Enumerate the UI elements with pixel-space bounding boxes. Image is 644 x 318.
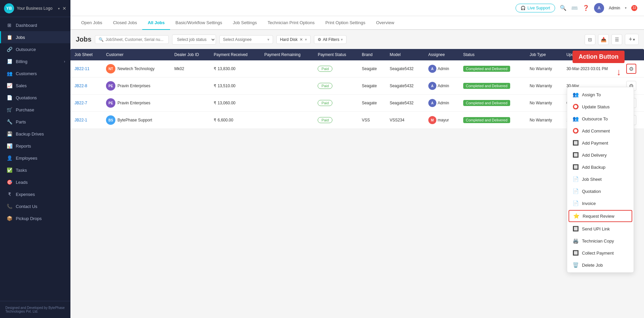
cell-job-sheet: JB22-11: [70, 60, 102, 77]
menu-item-label: Quotation: [582, 189, 601, 194]
cell-dealer-job-id: [170, 112, 210, 129]
tab-job-settings[interactable]: Job Settings: [227, 16, 262, 30]
jobs-area: Jobs 🔍 Select job status Select Assignee…: [70, 30, 644, 318]
cell-brand: Seagate: [358, 95, 386, 112]
menu-item-add-backup[interactable]: 🔲 Add Backup: [567, 161, 634, 173]
cell-model: Seagate5432: [386, 60, 424, 77]
tab-all-jobs[interactable]: All Jobs: [142, 16, 170, 30]
sidebar-item-employees[interactable]: 👤 Employees: [0, 152, 70, 164]
cell-assignee: A Admin: [424, 77, 459, 95]
tab-basic-workflow[interactable]: Basic/Workflow Settings: [170, 16, 227, 30]
assignee-select[interactable]: Select Assignee ▾: [219, 35, 273, 44]
cell-payment-status: Paid: [314, 77, 358, 95]
search-box[interactable]: 🔍: [95, 35, 169, 44]
col-dealer-job-id: Dealer Job ID: [170, 49, 210, 60]
sidebar-logo[interactable]: YB Your Business Logo ▾ ✕: [0, 0, 70, 17]
sidebar-item-leads[interactable]: 🎯 Leads: [0, 176, 70, 188]
assign-to-icon: 👥: [573, 92, 579, 98]
live-support-button[interactable]: 🎧 Live Support: [516, 4, 555, 12]
sidebar-item-backup-drives[interactable]: 💾 Backup Drives: [0, 128, 70, 140]
sidebar-item-label: Billing: [16, 59, 28, 64]
menu-item-invoice[interactable]: 📄 Invoice: [567, 197, 634, 209]
cell-settings[interactable]: ⚙: [622, 60, 644, 77]
status-select[interactable]: Select job status: [172, 35, 216, 45]
customer-name: Pravin Enterprises: [117, 101, 150, 105]
filter-clear-icon[interactable]: ✕: [300, 37, 303, 42]
sidebar-item-parts[interactable]: 🔧 Parts: [0, 116, 70, 128]
menu-item-request-review[interactable]: ⭐ Request Review: [569, 210, 632, 222]
sidebar-item-label: Pickup Drops: [16, 216, 42, 221]
settings-button[interactable]: ⚙: [626, 64, 636, 74]
leads-icon: 🎯: [6, 179, 12, 185]
sidebar-item-quotations[interactable]: 📄 Quotations: [0, 92, 70, 104]
help-icon[interactable]: ❓: [583, 5, 589, 11]
export-button[interactable]: 📥: [598, 34, 609, 45]
sidebar-item-billing[interactable]: 🧾 Billing ›: [0, 55, 70, 67]
add-job-button[interactable]: + ▾: [625, 34, 639, 45]
sidebar-item-expenses[interactable]: ₹ Expenses: [0, 188, 70, 200]
admin-chevron-icon[interactable]: ▾: [625, 6, 627, 10]
sidebar-item-pickup-drops[interactable]: 📦 Pickup Drops: [0, 212, 70, 224]
menu-item-assign-to[interactable]: 👥 Assign To: [567, 89, 634, 101]
search-input[interactable]: [106, 37, 165, 42]
outsource-icon: 🔗: [6, 47, 12, 52]
sidebar-item-outsource[interactable]: 🔗 Outsource: [0, 43, 70, 55]
sidebar-item-dashboard[interactable]: ⊞ Dashboard: [0, 19, 70, 31]
logo-text: Your Business Logo: [17, 6, 55, 11]
menu-item-outsource-to[interactable]: 👥 Outsource To: [567, 113, 634, 125]
sidebar-item-tasks[interactable]: ✅ Tasks: [0, 164, 70, 176]
payment-badge: Paid: [318, 66, 332, 72]
tab-overview[interactable]: Overview: [371, 16, 399, 30]
sidebar-item-label: Outsource: [16, 47, 36, 52]
menu-item-update-status[interactable]: ⭕ Update Status: [567, 101, 634, 113]
menu-item-delete-job[interactable]: 🗑️ Delete Job: [567, 259, 634, 271]
cell-payment-received: ₹ 13,060.00: [210, 95, 260, 112]
col-brand: Brand: [358, 49, 386, 60]
admin-label[interactable]: Admin: [609, 6, 620, 10]
expenses-icon: ₹: [6, 192, 12, 197]
table-row: JB22-1 BS BytePhase Support ₹ 6,600.00 P…: [70, 112, 644, 129]
status-badge: Completed and Delivered: [463, 83, 510, 89]
menu-item-add-comment[interactable]: ⭕ Add Comment: [567, 125, 634, 137]
menu-item-technician-copy[interactable]: 🖨️ Technician Copy: [567, 235, 634, 247]
sidebar-item-sales[interactable]: 📈 Sales: [0, 80, 70, 92]
menu-item-add-delivery[interactable]: 🔲 Add Delivery: [567, 149, 634, 161]
sidebar-item-label: Parts: [16, 119, 26, 124]
menu-item-send-upi-link[interactable]: 🔲 Send UPI Link: [567, 223, 634, 235]
filter-chevron-icon[interactable]: ▾: [305, 37, 307, 42]
sidebar-item-label: Dashboard: [16, 23, 37, 28]
tab-closed-jobs[interactable]: Closed Jobs: [108, 16, 143, 30]
request-review-icon: ⭐: [573, 213, 579, 219]
sidebar-item-reports[interactable]: 📊 Reports: [0, 140, 70, 152]
menu-item-label: Request Review: [583, 214, 614, 219]
sidebar-item-jobs[interactable]: 📋 Jobs: [0, 31, 70, 43]
menu-item-quotation[interactable]: 📄 Quotation: [567, 185, 634, 197]
invoice-icon: 📄: [573, 200, 579, 206]
cell-customer: PE Pravin Enterprises: [102, 95, 170, 112]
sidebar-item-customers[interactable]: 👥 Customers: [0, 67, 70, 80]
col-customer: Customer: [102, 49, 170, 60]
search-icon[interactable]: 🔍: [560, 5, 567, 11]
menu-item-label: Add Payment: [582, 141, 608, 146]
sidebar-item-contact[interactable]: 📞 Contact Us: [0, 200, 70, 212]
sidebar-item-purchase[interactable]: 🛒 Purchase: [0, 104, 70, 116]
menu-item-job-sheet[interactable]: 📄 Job Sheet: [567, 173, 634, 185]
menu-item-label: Collect Payment: [582, 251, 614, 256]
keyboard-icon[interactable]: ⌨️: [571, 5, 578, 11]
context-menu: 👥 Assign To ⭕ Update Status 👥 Outsource …: [567, 87, 634, 273]
menu-item-collect-payment[interactable]: 🔲 Collect Payment: [567, 247, 634, 259]
all-filters-button[interactable]: ⚙ All Filters ▾: [314, 35, 346, 44]
tab-technician-print[interactable]: Technician Print Options: [262, 16, 320, 30]
filter-toggle-button[interactable]: ⊟: [585, 34, 595, 45]
customer-avatar: PE: [106, 81, 115, 91]
live-support-label: Live Support: [528, 6, 550, 10]
assignee-name: Admin: [438, 101, 449, 105]
notification-badge[interactable]: 33: [631, 5, 637, 11]
tab-print-option[interactable]: Print Option Settings: [320, 16, 371, 30]
sidebar-close-icon[interactable]: ✕: [62, 6, 66, 11]
columns-button[interactable]: ☰: [611, 34, 622, 45]
cell-dealer-job-id: Mk02: [170, 60, 210, 77]
hard-disk-label: Hard Disk: [280, 37, 298, 42]
tab-open-jobs[interactable]: Open Jobs: [76, 16, 108, 30]
menu-item-add-payment[interactable]: 🔲 Add Payment: [567, 137, 634, 149]
